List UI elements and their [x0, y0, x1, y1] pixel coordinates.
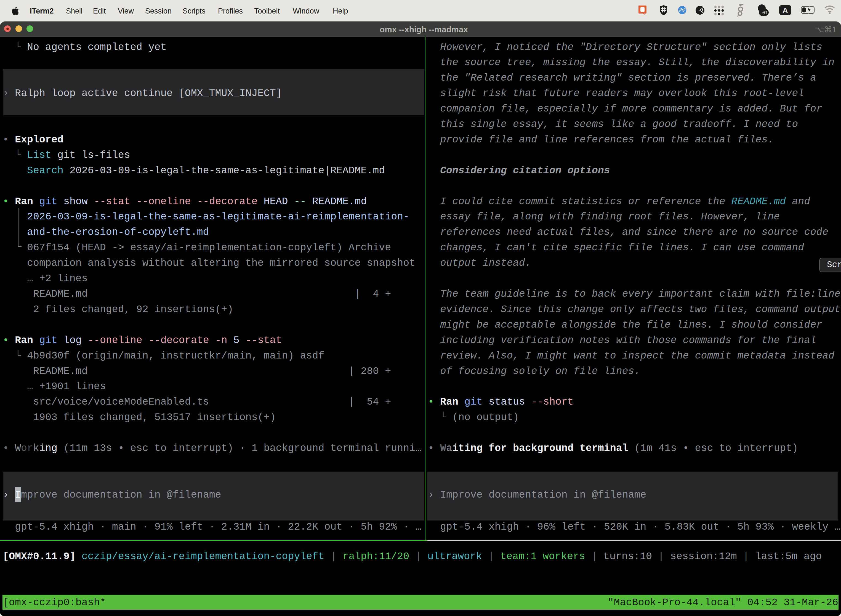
svg-text:A: A	[783, 6, 788, 14]
svg-text:..61: ..61	[759, 10, 768, 15]
